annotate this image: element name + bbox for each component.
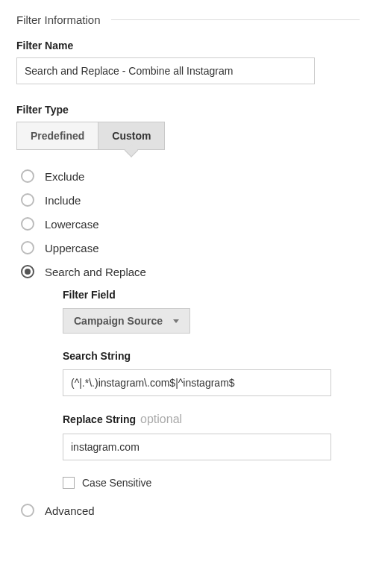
- svg-marker-0: [173, 319, 179, 323]
- filter-field-value: Campaign Source: [74, 315, 163, 327]
- radio-label: Exclude: [45, 170, 84, 183]
- search-replace-panel: Filter Field Campaign Source Search Stri…: [63, 289, 360, 489]
- radio-label: Lowercase: [45, 218, 99, 231]
- radio-icon: [21, 504, 34, 517]
- radio-include[interactable]: Include: [21, 193, 360, 207]
- filter-field-label: Filter Field: [63, 289, 360, 301]
- radio-icon: [21, 241, 34, 254]
- search-string-label: Search String: [63, 350, 360, 362]
- radio-icon: [21, 217, 34, 231]
- radio-label: Include: [45, 194, 81, 207]
- radio-uppercase[interactable]: Uppercase: [21, 241, 360, 254]
- radio-exclude[interactable]: Exclude: [21, 169, 360, 183]
- custom-options: Exclude Include Lowercase Uppercase Sear…: [21, 169, 360, 517]
- replace-string-input[interactable]: [63, 434, 331, 460]
- tab-custom[interactable]: Custom: [98, 122, 165, 150]
- replace-string-optional: optional: [140, 413, 182, 426]
- filter-name-label: Filter Name: [16, 40, 360, 51]
- filter-type-tabs: Predefined Custom: [16, 122, 360, 150]
- radio-search-and-replace[interactable]: Search and Replace: [21, 265, 360, 278]
- filter-type-label: Filter Type: [16, 104, 360, 116]
- filter-field-section: Filter Field Campaign Source: [63, 289, 360, 334]
- radio-icon: [21, 265, 34, 278]
- tab-predefined[interactable]: Predefined: [16, 122, 98, 150]
- fieldset-legend: Filter Information: [16, 13, 360, 26]
- radio-icon: [21, 169, 34, 183]
- caret-down-icon: [173, 319, 179, 323]
- legend-divider: [111, 19, 360, 20]
- radio-label: Uppercase: [45, 242, 99, 254]
- checkbox-icon: [63, 477, 75, 489]
- case-sensitive-checkbox[interactable]: Case Sensitive: [63, 477, 360, 489]
- filter-type-section: Filter Type Predefined Custom Exclude In…: [16, 104, 360, 517]
- legend-text: Filter Information: [16, 13, 101, 26]
- filter-name-section: Filter Name: [16, 40, 360, 84]
- radio-label: Search and Replace: [45, 266, 146, 278]
- replace-string-label: Replace String: [63, 413, 136, 425]
- case-sensitive-label: Case Sensitive: [82, 477, 151, 489]
- filter-field-dropdown[interactable]: Campaign Source: [63, 308, 190, 334]
- replace-string-section: Replace String optional: [63, 413, 360, 460]
- radio-label: Advanced: [45, 504, 95, 517]
- filter-name-input[interactable]: [16, 57, 315, 84]
- search-string-section: Search String: [63, 350, 360, 396]
- radio-advanced[interactable]: Advanced: [21, 504, 360, 517]
- radio-icon: [21, 193, 34, 207]
- radio-lowercase[interactable]: Lowercase: [21, 217, 360, 231]
- search-string-input[interactable]: [63, 369, 331, 396]
